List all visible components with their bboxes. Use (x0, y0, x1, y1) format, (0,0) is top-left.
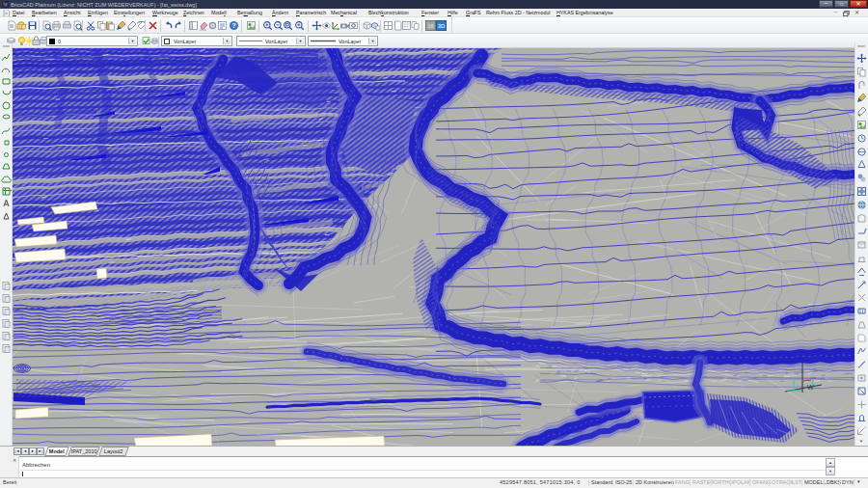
svg-text:?: ? (231, 21, 236, 30)
svg-text:3D: 3D (438, 23, 446, 29)
svg-text:16: 16 (427, 23, 434, 29)
svg-text:W: W (807, 384, 814, 391)
